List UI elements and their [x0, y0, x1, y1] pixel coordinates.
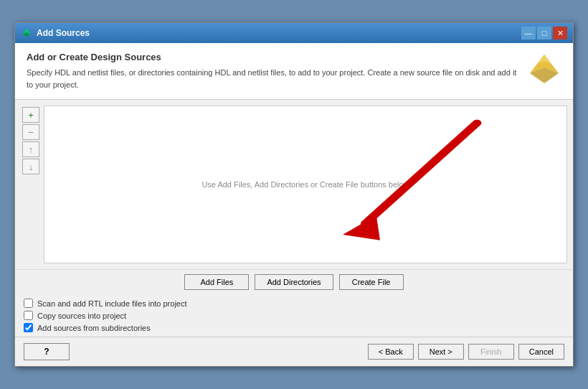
window-icon	[21, 27, 32, 39]
add-source-button[interactable]: +	[22, 107, 39, 123]
scan-rtl-option: Scan and add RTL include files into proj…	[24, 299, 564, 308]
title-bar-controls: — □ ✕	[521, 27, 567, 39]
empty-list-message: Use Add Files, Add Directories or Create…	[201, 180, 409, 189]
file-list-area: Use Add Files, Add Directories or Create…	[44, 106, 567, 263]
add-subdirs-label: Add sources from subdirectories	[37, 324, 151, 332]
svg-line-5	[365, 123, 477, 223]
back-button[interactable]: < Back	[368, 344, 414, 360]
finish-button[interactable]: Finish	[468, 344, 514, 360]
footer-bar: ? < Back Next > Finish Cancel	[15, 337, 573, 366]
header-panel: Add or Create Design Sources Specify HDL…	[15, 43, 573, 100]
add-subdirs-checkbox[interactable]	[24, 323, 33, 332]
header-title: Add or Create Design Sources	[27, 52, 518, 62]
add-subdirs-option: Add sources from subdirectories	[24, 323, 564, 332]
footer-right: < Back Next > Finish Cancel	[368, 344, 564, 360]
cancel-button[interactable]: Cancel	[518, 344, 564, 360]
window-title: Add Sources	[37, 28, 90, 38]
title-bar-left: Add Sources	[21, 27, 90, 39]
scan-rtl-checkbox[interactable]	[24, 299, 33, 308]
footer-left: ?	[24, 343, 70, 360]
copy-sources-option: Copy sources into project	[24, 311, 564, 320]
svg-marker-6	[343, 215, 380, 240]
copy-sources-label: Copy sources into project	[37, 311, 126, 320]
title-bar: Add Sources — □ ✕	[15, 23, 573, 43]
options-area: Scan and add RTL include files into proj…	[15, 294, 573, 337]
side-toolbar: + − ↑ ↓	[21, 106, 41, 263]
header-description: Specify HDL and netlist files, or direct…	[27, 67, 518, 90]
add-files-button[interactable]: Add Files	[184, 274, 249, 290]
copy-sources-checkbox[interactable]	[24, 311, 33, 320]
create-file-button[interactable]: Create File	[339, 274, 404, 290]
move-down-button[interactable]: ↓	[22, 159, 39, 174]
scan-rtl-label: Scan and add RTL include files into proj…	[37, 299, 187, 308]
close-button[interactable]: ✕	[553, 27, 567, 39]
header-text: Add or Create Design Sources Specify HDL…	[27, 52, 518, 90]
vivado-logo	[527, 52, 561, 86]
maximize-button[interactable]: □	[537, 27, 551, 39]
content-area: + − ↑ ↓ Use Add Files, Add Directories o…	[15, 100, 573, 269]
remove-source-button[interactable]: −	[22, 124, 39, 140]
next-button[interactable]: Next >	[418, 344, 464, 360]
main-window: Add Sources — □ ✕ Add or Create Design S…	[14, 22, 574, 367]
move-up-button[interactable]: ↑	[22, 141, 39, 157]
help-button[interactable]: ?	[24, 343, 70, 360]
bottom-buttons: Add Files Add Directories Create File	[15, 269, 573, 294]
add-directories-button[interactable]: Add Directories	[255, 274, 333, 290]
minimize-button[interactable]: —	[521, 27, 536, 39]
